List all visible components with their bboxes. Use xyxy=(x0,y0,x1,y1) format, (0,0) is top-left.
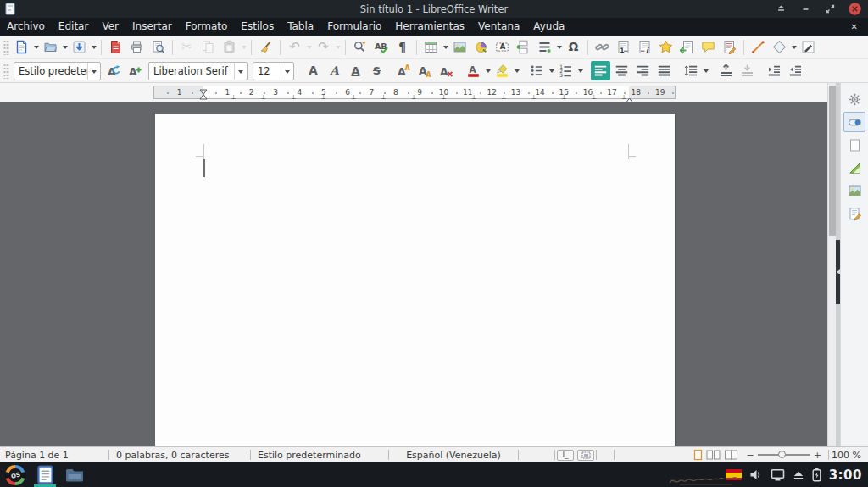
dropdown-arrow-icon[interactable] xyxy=(442,37,449,57)
sidebar-tab-navigator-deck[interactable] xyxy=(843,203,865,224)
word-count-status[interactable]: 0 palabras, 0 caracteres xyxy=(109,450,250,461)
sidebar-tab-properties-deck[interactable] xyxy=(843,112,865,132)
chevron-down-icon[interactable] xyxy=(87,63,100,80)
shade-button[interactable] xyxy=(775,3,787,15)
strikethrough-button[interactable]: S xyxy=(367,61,387,80)
new-style-button[interactable]: A xyxy=(125,61,145,80)
close-button[interactable] xyxy=(849,3,860,15)
unordered-list-button[interactable] xyxy=(527,61,547,80)
font-color-button[interactable]: A xyxy=(464,61,483,80)
volume-icon[interactable] xyxy=(749,468,763,481)
selection-mode-toggle[interactable] xyxy=(577,450,594,461)
insert-line-button[interactable] xyxy=(748,37,768,57)
sidebar-tab-page-deck[interactable] xyxy=(843,135,865,155)
insert-special-character-button[interactable]: Ω xyxy=(564,37,583,57)
dropdown-arrow-icon[interactable] xyxy=(32,37,40,57)
battery-icon[interactable] xyxy=(812,468,821,482)
spelling-check-button[interactable]: AB xyxy=(371,37,391,57)
decrease-indent-button[interactable] xyxy=(786,61,805,80)
chevron-down-icon[interactable] xyxy=(234,63,247,80)
insert-chart-button[interactable] xyxy=(471,37,491,57)
show-draw-functions-button[interactable] xyxy=(798,37,818,57)
sidebar-tab-sidebar-settings[interactable] xyxy=(843,89,865,109)
paragraph-style-combo-value[interactable]: Estilo predetern xyxy=(14,65,87,77)
dropdown-arrow-icon[interactable] xyxy=(513,61,520,80)
insert-endnote-button[interactable]: i xyxy=(635,37,654,57)
clone-formatting-button[interactable] xyxy=(256,37,275,57)
menu-herramientas[interactable]: Herramientas xyxy=(388,18,471,36)
increase-indent-button[interactable] xyxy=(765,61,784,80)
font-size-combo[interactable]: 12 xyxy=(253,62,294,80)
justified-button[interactable] xyxy=(654,61,674,80)
update-style-button[interactable]: A xyxy=(104,61,124,80)
sidebar-tab-styles-deck[interactable] xyxy=(843,158,865,178)
vertical-scrollbar[interactable] xyxy=(827,83,836,446)
single-page-view-button[interactable] xyxy=(693,449,703,461)
close-document-icon[interactable]: ✕ xyxy=(851,22,868,31)
dropdown-arrow-icon[interactable] xyxy=(61,37,69,57)
restore-button[interactable] xyxy=(824,3,836,15)
track-changes-button[interactable] xyxy=(720,37,739,57)
line-spacing-button[interactable] xyxy=(682,61,701,80)
basic-shapes-button[interactable] xyxy=(770,37,789,57)
insert-text-box-button[interactable]: A xyxy=(492,37,512,57)
menu-ventana[interactable]: Ventana xyxy=(471,18,526,36)
book-view-button[interactable] xyxy=(724,449,738,461)
menu-insertar[interactable]: Insertar xyxy=(125,18,179,36)
subscript-button[interactable]: AA xyxy=(415,61,435,80)
eject-icon[interactable] xyxy=(793,469,804,481)
dropdown-arrow-icon[interactable] xyxy=(548,61,555,80)
menu-ver[interactable]: Ver xyxy=(95,18,125,36)
clock[interactable]: 3:00 xyxy=(829,468,862,483)
insert-hyperlink-button[interactable] xyxy=(593,37,612,57)
superscript-button[interactable]: AA xyxy=(394,61,414,80)
insert-mode-toggle[interactable]: I_ xyxy=(557,450,574,461)
ordered-list-button[interactable]: 123 xyxy=(556,61,576,80)
menu-archivo[interactable]: Archivo xyxy=(0,18,52,36)
insert-field-button[interactable] xyxy=(535,37,554,57)
taskbar-writer-button[interactable] xyxy=(34,462,56,487)
find-and-replace-button[interactable] xyxy=(350,37,370,57)
font-name-combo-value[interactable]: Liberation Serif xyxy=(149,65,234,77)
menu-tabla[interactable]: Tabla xyxy=(281,18,320,36)
zoom-level-status[interactable]: 100 % xyxy=(829,450,868,461)
insert-table-button[interactable] xyxy=(421,37,441,57)
menu-formulario[interactable]: Formulario xyxy=(320,18,388,36)
document-page[interactable] xyxy=(155,114,675,446)
align-right-button[interactable] xyxy=(633,61,653,80)
minimize-button[interactable] xyxy=(799,3,811,15)
open-file-button[interactable] xyxy=(41,37,60,57)
font-name-combo[interactable]: Liberation Serif xyxy=(148,62,248,80)
save-button[interactable] xyxy=(70,37,89,57)
chevron-down-icon[interactable] xyxy=(281,63,293,80)
align-left-button[interactable] xyxy=(591,61,610,80)
language-status[interactable]: Español (Venezuela) xyxy=(389,450,518,461)
insert-comment-button[interactable] xyxy=(698,37,718,57)
display-icon[interactable] xyxy=(771,468,785,481)
page-style-status[interactable]: Estilo predeterminado xyxy=(251,450,388,461)
print-button[interactable] xyxy=(127,37,147,57)
sidebar-tab-gallery-deck[interactable] xyxy=(843,180,865,201)
dropdown-arrow-icon[interactable] xyxy=(576,61,584,80)
page-number-status[interactable]: Página 1 de 1 xyxy=(0,450,108,461)
insert-cross-reference-button[interactable] xyxy=(677,37,697,57)
taskbar-files-button[interactable] xyxy=(64,462,86,487)
dropdown-arrow-icon[interactable] xyxy=(702,61,709,80)
menu-ayuda[interactable]: Ayuda xyxy=(526,18,571,36)
underline-button[interactable]: A xyxy=(346,61,365,80)
menu-editar[interactable]: Editar xyxy=(52,18,96,36)
italic-button[interactable]: A xyxy=(325,61,344,80)
new-document-button[interactable] xyxy=(12,37,31,57)
menu-estilos[interactable]: Estilos xyxy=(234,18,281,36)
dropdown-arrow-icon[interactable] xyxy=(555,37,563,57)
bold-button[interactable]: A xyxy=(303,61,323,80)
dropdown-arrow-icon[interactable] xyxy=(790,37,798,57)
print-preview-button[interactable] xyxy=(148,37,168,57)
menu-formato[interactable]: Formato xyxy=(179,18,235,36)
zoom-in-button[interactable]: + xyxy=(814,450,821,461)
app-launcher-button[interactable]: OS xyxy=(4,462,26,487)
dropdown-arrow-icon[interactable] xyxy=(484,61,492,80)
multi-page-view-button[interactable] xyxy=(706,449,721,461)
insert-bookmark-button[interactable] xyxy=(656,37,676,57)
dropdown-arrow-icon[interactable] xyxy=(90,37,97,57)
